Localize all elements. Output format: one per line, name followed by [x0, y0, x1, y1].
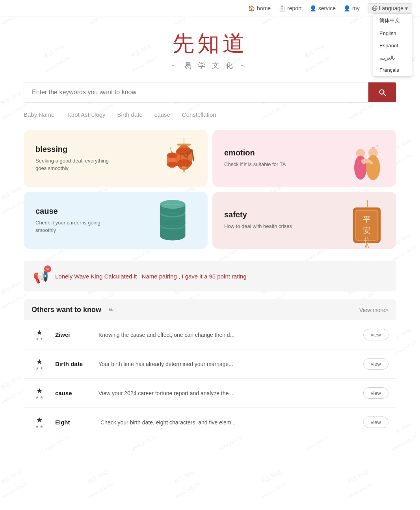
- list-item: ★ ★ ★ cause View your 2024 career fortun…: [24, 379, 396, 408]
- promo-highlight2: I gave it a 95 point rating: [182, 273, 246, 280]
- view-btn-1[interactable]: view: [363, 358, 388, 370]
- tag-constellation[interactable]: Constellation: [182, 111, 216, 118]
- list-item: ★ ★ ★ Eight "Check your birth date, eigh…: [24, 408, 396, 437]
- card-safety[interactable]: safety How to deal with health crises 平 …: [212, 192, 396, 249]
- nav-service-label: service: [318, 5, 336, 11]
- tag-birth-date[interactable]: Birth date: [117, 111, 143, 118]
- navbar: 🏠 home 📋 report 👤 service 👤 my Language …: [0, 0, 420, 17]
- svg-text:平: 平: [363, 215, 371, 224]
- svg-rect-11: [182, 166, 186, 168]
- list-item: ★ ★ ★ Birth date Your birth time has alr…: [24, 349, 396, 379]
- card-emotion-desc: Check if it is suitable for TA: [224, 161, 303, 168]
- view-btn-0[interactable]: view: [363, 329, 388, 340]
- language-label: Language: [379, 5, 403, 11]
- item-desc-3: "Check your birth date, eight characters…: [98, 419, 355, 426]
- search-section: [0, 74, 420, 106]
- chevron-down-icon: ▾: [405, 5, 408, 11]
- item-category-0: Ziwei: [55, 331, 91, 338]
- language-button[interactable]: Language ▾: [368, 3, 412, 13]
- mini-stars: ★ ★: [35, 366, 44, 370]
- star-icon: ★: [36, 416, 43, 424]
- view-more-link[interactable]: View more>: [359, 307, 388, 313]
- card-blessing-image: [154, 138, 202, 185]
- language-dropdown[interactable]: Language ▾ 简体中文 English Español بالعربية…: [368, 3, 412, 13]
- item-category-3: Eight: [55, 419, 91, 426]
- card-cause-image: [154, 200, 202, 247]
- card-safety-desc: How to deal with health crises: [224, 222, 303, 230]
- svg-point-17: [167, 162, 177, 167]
- nav-report-label: report: [287, 5, 302, 11]
- lang-fr[interactable]: Français: [373, 64, 412, 76]
- others-title-wrapper: Others want to know ❧: [32, 306, 113, 314]
- view-btn-3[interactable]: view: [363, 417, 388, 428]
- item-category-1: Birth date: [55, 361, 91, 367]
- tag-baby-name[interactable]: Baby Name: [24, 111, 54, 118]
- search-tags: Baby Name Tarot Astrology Birth date cau…: [0, 106, 420, 126]
- site-subtitle: ～ 易 学 文 化 ～: [8, 61, 412, 70]
- nav-report[interactable]: 📋 report: [279, 5, 302, 11]
- view-btn-2[interactable]: view: [363, 387, 388, 399]
- card-emotion[interactable]: emotion Check if it is suitable for TA ♥…: [212, 130, 396, 187]
- nav-home-label: home: [257, 5, 271, 11]
- ornament-icon: ❧: [108, 306, 113, 314]
- tag-tarot[interactable]: Tarot Astrology: [66, 111, 105, 118]
- home-icon: 🏠: [248, 5, 255, 11]
- star-group-4: ★ ★ ★: [32, 416, 47, 429]
- report-icon: 📋: [279, 5, 285, 11]
- lang-ar[interactable]: بالعربية: [373, 52, 412, 64]
- lang-zh[interactable]: 简体中文: [373, 14, 412, 27]
- promo-text: Lonely Wave King Calculated it Name pair…: [55, 273, 247, 280]
- star-group-2: ★ ★ ★: [32, 357, 47, 370]
- promo-text-before: Lonely Wave King Calculated it: [55, 273, 137, 280]
- lang-es[interactable]: Español: [373, 39, 412, 52]
- cards-section: blessing Seeking a good deal, everything…: [0, 126, 420, 253]
- language-menu: 简体中文 English Español بالعربية Français: [373, 13, 412, 77]
- svg-rect-41: [355, 209, 379, 241]
- star-icon: ★: [36, 387, 43, 395]
- svg-point-27: [366, 155, 380, 180]
- svg-point-16: [167, 153, 177, 158]
- search-input[interactable]: [24, 82, 368, 102]
- promo-highlight1[interactable]: Name pairing: [142, 273, 177, 280]
- card-blessing-desc: Seeking a good deal, everything goes smo…: [35, 157, 114, 172]
- card-blessing[interactable]: blessing Seeking a good deal, everything…: [24, 130, 208, 187]
- others-section: Others want to know ❧ View more> ★ ★ ★ Z…: [24, 299, 396, 437]
- tag-cause[interactable]: cause: [154, 111, 170, 118]
- svg-text:♥: ♥: [376, 144, 379, 148]
- others-header: Others want to know ❧ View more>: [24, 299, 396, 320]
- item-desc-2: View your 2024 career fortune report and…: [98, 390, 355, 396]
- promo-icon-wrapper: 📢 %: [33, 268, 49, 284]
- card-safety-image: 平 安 符: [343, 200, 390, 247]
- item-category-2: cause: [55, 390, 91, 396]
- item-desc-0: Knowing the cause and effect, one can ch…: [98, 332, 355, 338]
- nav-home[interactable]: 🏠 home: [248, 5, 271, 11]
- nav-service[interactable]: 👤 service: [310, 5, 336, 11]
- nav-my[interactable]: 👤 my: [344, 5, 360, 11]
- site-title: 先知道: [8, 29, 412, 59]
- card-cause[interactable]: cause Check if your career is going smoo…: [24, 192, 208, 249]
- promo-badge: %: [44, 265, 51, 273]
- site-header: 先知道 ～ 易 学 文 化 ～: [0, 17, 420, 74]
- mini-stars: ★ ★: [35, 337, 44, 341]
- mini-stars: ★ ★: [35, 395, 44, 400]
- mini-stars: ★ ★: [35, 424, 44, 429]
- star-icon: ★: [36, 357, 43, 366]
- svg-text:安: 安: [363, 226, 371, 235]
- search-bar: [24, 82, 396, 103]
- service-icon: 👤: [310, 5, 316, 11]
- my-icon: 👤: [344, 5, 350, 11]
- promo-banner: 📢 % Lonely Wave King Calculated it Name …: [24, 261, 396, 291]
- nav-my-label: my: [352, 5, 360, 11]
- star-group-3: ★ ★ ★: [32, 387, 47, 400]
- item-desc-1: Your birth time has already determined y…: [98, 361, 355, 367]
- svg-text:符: 符: [364, 237, 370, 243]
- list-item: ★ ★ ★ Ziwei Knowing the cause and effect…: [24, 320, 396, 349]
- svg-text:♥: ♥: [379, 151, 381, 154]
- star-group-1: ★ ★ ★: [32, 328, 47, 341]
- globe-icon: [372, 6, 377, 11]
- lang-en[interactable]: English: [373, 27, 412, 39]
- card-emotion-image: ♥ ♥ ♥: [343, 138, 390, 185]
- search-icon: [378, 88, 387, 97]
- search-button[interactable]: [368, 82, 396, 102]
- star-icon: ★: [36, 328, 43, 337]
